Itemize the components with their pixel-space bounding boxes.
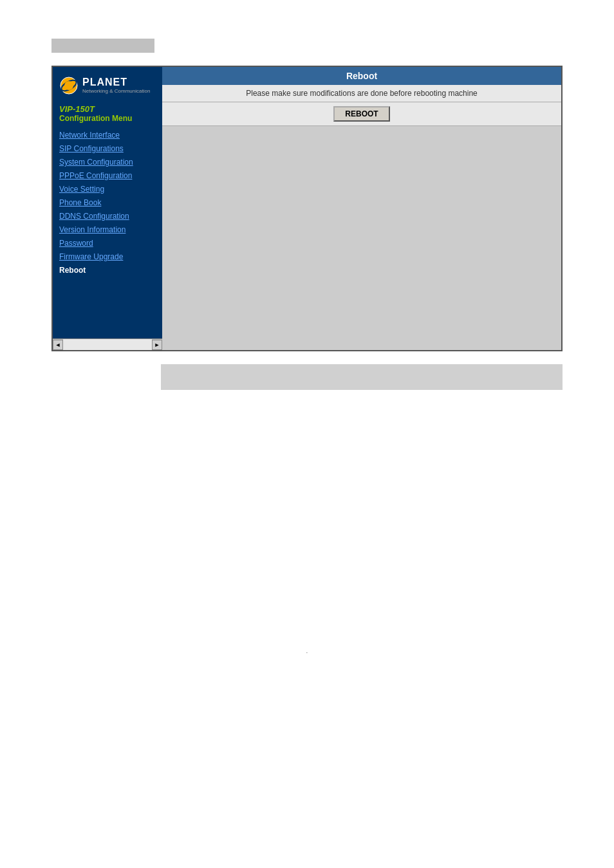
logo-text-block: PLANET Networking & Communication [82, 77, 150, 95]
bottom-bar [161, 364, 563, 390]
device-name: VIP-150T [59, 104, 156, 114]
scroll-left-button[interactable]: ◄ [53, 340, 63, 350]
sidebar-scrollbar: ◄ ► [53, 338, 162, 350]
nav-item-version-information[interactable]: Version Information [53, 223, 162, 236]
main-content: Reboot Please make sure modifications ar… [162, 67, 561, 350]
config-menu-label: Configuration Menu [59, 114, 156, 123]
nav-link-system-configuration[interactable]: System Configuration [59, 158, 133, 167]
nav-link-pppoe-configuration[interactable]: PPPoE Configuration [59, 171, 132, 180]
planet-logo-icon [59, 76, 79, 95]
svg-point-2 [64, 81, 73, 90]
main-wrapper: PLANET Networking & Communication VIP-15… [51, 66, 563, 351]
nav-item-firmware-upgrade[interactable]: Firmware Upgrade [53, 250, 162, 263]
nav-item-sip-configurations[interactable]: SIP Configurations [53, 142, 162, 155]
nav-link-ddns-configuration[interactable]: DDNS Configuration [59, 212, 129, 221]
nav-link-network-interface[interactable]: Network Interface [59, 131, 120, 140]
nav-item-ddns-configuration[interactable]: DDNS Configuration [53, 209, 162, 223]
logo-subtext: Networking & Communication [82, 88, 150, 95]
nav-item-system-configuration[interactable]: System Configuration [53, 155, 162, 169]
scroll-track [63, 339, 152, 350]
nav-item-reboot[interactable]: Reboot [53, 263, 162, 277]
nav-item-pppoe-configuration[interactable]: PPPoE Configuration [53, 169, 162, 182]
nav-link-password[interactable]: Password [59, 239, 93, 248]
nav-link-phone-book[interactable]: Phone Book [59, 198, 101, 207]
reboot-action-row: REBOOT [162, 102, 561, 126]
nav-link-firmware-upgrade[interactable]: Firmware Upgrade [59, 252, 123, 261]
nav-links: Network Interface SIP Configurations Sys… [53, 124, 162, 277]
logo-area: PLANET Networking & Communication [53, 67, 162, 100]
nav-item-phone-book[interactable]: Phone Book [53, 196, 162, 209]
scroll-right-button[interactable]: ► [152, 340, 162, 350]
nav-item-voice-setting[interactable]: Voice Setting [53, 182, 162, 196]
top-bar [51, 39, 154, 53]
nav-item-network-interface[interactable]: Network Interface [53, 128, 162, 142]
reboot-button[interactable]: REBOOT [333, 106, 389, 122]
sidebar: PLANET Networking & Communication VIP-15… [53, 67, 162, 350]
nav-link-voice-setting[interactable]: Voice Setting [59, 185, 104, 194]
nav-link-sip-configurations[interactable]: SIP Configurations [59, 144, 124, 153]
nav-item-password[interactable]: Password [53, 236, 162, 250]
reboot-notice: Please make sure modifications are done … [162, 85, 561, 102]
footer-dot: . [0, 647, 614, 654]
logo-brand: PLANET [82, 77, 150, 88]
nav-link-version-information[interactable]: Version Information [59, 225, 126, 234]
page-title: Reboot [162, 67, 561, 85]
device-title-area: VIP-150T Configuration Menu [53, 100, 162, 124]
nav-label-reboot: Reboot [59, 266, 86, 275]
